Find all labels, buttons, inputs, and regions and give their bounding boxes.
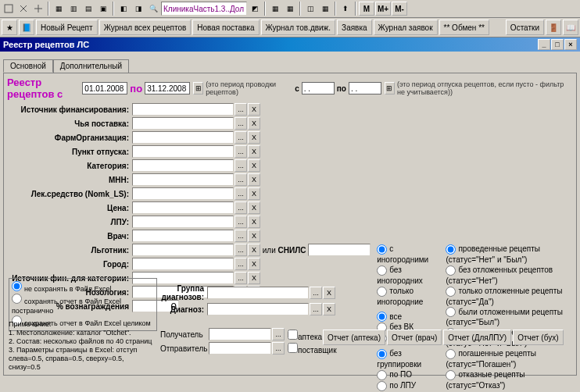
m-plus-button[interactable]: M+ [375,2,391,16]
med-input[interactable] [132,187,234,200]
pharm-input[interactable] [132,131,234,144]
category-clear[interactable]: X [248,159,260,172]
city-lookup[interactable]: ... [235,258,247,270]
report-doctor-button[interactable]: Отчет (врач) [387,330,442,345]
diag-clear[interactable]: X [323,303,335,315]
m-minus-button[interactable]: M- [392,2,407,16]
doctor-lookup[interactable]: ... [235,230,247,242]
date-picker-button-1[interactable]: ⊞ [193,82,203,94]
city-clear[interactable]: X [248,258,260,270]
date2-to-input[interactable] [349,82,381,94]
help-icon[interactable]: 📖 [563,20,578,35]
benef-lookup[interactable]: ... [235,244,247,256]
fin-cat-lookup[interactable]: ... [235,272,247,284]
tb-icon-4[interactable]: ▦ [52,2,66,16]
rg-group-2[interactable]: по ПО [377,369,435,380]
lpu-input[interactable] [132,216,234,228]
m-button[interactable]: M [359,2,374,16]
outlet-lookup[interactable]: ... [235,145,247,158]
outlet-input[interactable] [132,145,234,158]
doctor-clear[interactable]: X [248,230,260,242]
tb-icon-10[interactable]: ◩ [248,2,262,16]
diag-lookup[interactable]: ... [310,303,322,315]
maximize-button[interactable]: □ [551,39,564,50]
fin-cat-clear[interactable]: X [248,272,260,284]
price-input[interactable] [132,201,234,214]
report-lpu-button[interactable]: Отчет (ДляЛПУ) [443,330,511,345]
rg-vk-1[interactable]: все [377,312,435,323]
fin-src-lookup[interactable]: ... [235,103,247,116]
tb-icon-9[interactable]: ◨ [131,2,145,16]
tb-icon-6[interactable]: ▤ [81,2,95,16]
benef-input[interactable] [132,244,234,256]
mnn-clear[interactable]: X [248,173,260,186]
date2-from-input[interactable] [302,82,335,94]
med-lookup[interactable]: ... [235,187,247,200]
city-input[interactable] [132,258,234,270]
all-recipes-journal-button[interactable]: Журнал всех рецептов [99,20,192,35]
report-accounting-button[interactable]: Отчет (бух) [513,330,563,345]
context-combo[interactable] [161,2,247,16]
tab-main[interactable]: Основной [3,59,53,73]
category-input[interactable] [132,159,234,172]
rg-group-3[interactable]: по ЛПУ [377,380,435,391]
price-clear[interactable]: X [248,201,260,214]
rg-city-1[interactable]: с иногородними [377,244,435,265]
fin-src-input[interactable] [132,103,234,116]
star-icon[interactable]: ★ [2,20,17,35]
tb-icon-13[interactable]: ◫ [303,2,317,16]
binoculars-icon[interactable]: 🔍 [146,2,160,16]
fin-src-clear[interactable]: X [248,103,260,116]
rg-status-3[interactable]: только отложенные рецепты (статус="Да") [446,286,573,307]
tb-icon-14[interactable]: ▦ [318,2,332,16]
report-apteka-button[interactable]: Отчет (аптека) [323,330,385,345]
rg-city-2[interactable]: без иногородних [377,265,435,286]
diag-input[interactable] [207,303,309,315]
rg-status-2[interactable]: без отложенных рецептов (статус="Нет") [446,265,573,286]
doctor-input[interactable] [132,230,234,242]
mnn-lookup[interactable]: ... [235,173,247,186]
diag-group-lookup[interactable]: ... [310,287,322,299]
snils-input[interactable] [308,244,371,256]
price-lookup[interactable]: ... [235,201,247,214]
supply-input[interactable] [132,117,234,130]
pharm-lookup[interactable]: ... [235,131,247,144]
tb-icon-1[interactable] [2,2,16,16]
diag-group-input[interactable] [207,287,309,299]
category-lookup[interactable]: ... [235,159,247,172]
date-picker-button-2[interactable]: ⊞ [385,82,395,94]
date-from-input[interactable] [82,82,127,94]
tb-icon-3[interactable] [31,2,45,16]
exit-icon[interactable]: 🚪 [546,20,561,35]
new-recipe-button[interactable]: Новый Рецепт [36,20,98,35]
excel-opt-2[interactable]: сохранять отчет в Файл Excel постранично [12,294,154,315]
excel-opt-1[interactable]: не сохранять в Файл Excel [12,281,154,294]
sender-lookup[interactable]: ... [272,342,285,355]
book-icon[interactable]: 📘 [19,20,34,35]
sender-input[interactable] [209,342,271,355]
tab-extra[interactable]: Дополнительный [53,59,129,73]
stock-button[interactable]: Остатки [506,20,544,35]
date-to-input[interactable] [145,82,190,94]
med-clear[interactable]: X [248,187,260,200]
tb-icon-11[interactable]: ▦ [268,2,282,16]
rg-status-7[interactable]: отказные рецепты (статус="Отказ") [446,369,573,390]
diag-group-clear[interactable]: X [323,287,335,299]
benef-clear[interactable]: X [248,244,260,256]
close-button[interactable]: × [564,39,577,50]
minimize-button[interactable]: _ [538,39,550,50]
recipient-input[interactable] [209,328,271,340]
tb-icon-2[interactable] [16,2,30,16]
rg-status-6[interactable]: погашенные рецепты (статус="Погашен") [446,348,573,369]
outlet-clear[interactable]: X [248,145,260,158]
recipient-lookup[interactable]: ... [272,328,285,340]
rg-group-1[interactable]: без группировки [377,348,435,369]
pharm-clear[interactable]: X [248,131,260,144]
rg-status-4[interactable]: были отложенными рецепты (статус="Был") [446,307,573,328]
tb-icon-15[interactable]: ⬆ [338,2,353,16]
new-supply-button[interactable]: Новая поставка [192,20,259,35]
request-button[interactable]: Заявка [337,20,372,35]
tb-icon-8[interactable]: ◧ [116,2,131,16]
rg-status-1[interactable]: проведенные рецепты (статус="Нет" и "Был… [446,244,573,265]
mnn-input[interactable] [132,173,234,186]
